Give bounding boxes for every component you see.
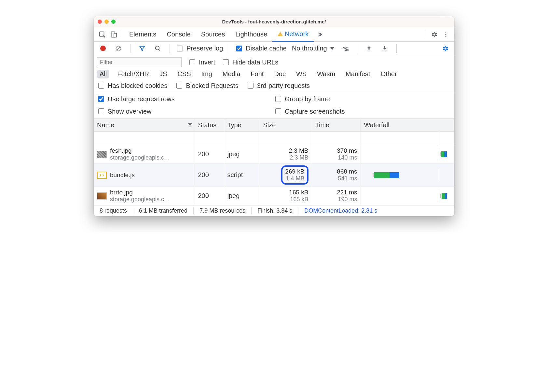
request-name: bundle.js xyxy=(110,172,135,179)
tab-network[interactable]: Network xyxy=(272,27,314,42)
request-status: 200 xyxy=(195,145,224,163)
type-filter-img[interactable]: Img xyxy=(199,70,215,78)
throttling-select[interactable]: No throttling xyxy=(291,45,336,52)
minimize-window-button[interactable] xyxy=(104,20,109,24)
disable-cache-checkbox[interactable]: Disable cache xyxy=(235,45,287,52)
status-dcl: DOMContentLoaded: 2.81 s xyxy=(298,207,383,214)
status-requests: 8 requests xyxy=(94,207,133,214)
type-filter-fetchxhr[interactable]: Fetch/XHR xyxy=(115,70,152,78)
col-status[interactable]: Status xyxy=(195,119,224,132)
type-filter-font[interactable]: Font xyxy=(248,70,266,78)
request-row[interactable]: bundle.js200script269 kB1.4 MB868 ms541 … xyxy=(94,163,454,187)
col-waterfall[interactable]: Waterfall xyxy=(361,119,454,132)
network-conditions-icon[interactable] xyxy=(339,43,351,54)
network-options: Use large request rows Group by frame Sh… xyxy=(94,93,454,119)
svg-point-3 xyxy=(445,32,446,33)
preserve-log-checkbox[interactable]: Preserve log xyxy=(176,45,223,52)
type-filter-all[interactable]: All xyxy=(97,70,109,78)
tab-console[interactable]: Console xyxy=(161,27,196,42)
request-type: script xyxy=(224,163,260,187)
clear-icon[interactable] xyxy=(113,43,124,54)
script-file-icon xyxy=(97,172,107,179)
filter-area: Invert Hide data URLs AllFetch/XHRJSCSSI… xyxy=(94,55,454,93)
type-filter-js[interactable]: JS xyxy=(157,70,170,78)
panel-tabs: Elements Console Sources Lighthouse Netw… xyxy=(94,27,454,42)
sort-desc-icon xyxy=(188,123,192,126)
device-toolbar-icon[interactable] xyxy=(108,29,120,40)
settings-gear-icon[interactable] xyxy=(428,29,440,40)
request-size: 269 kB1.4 MB xyxy=(260,163,312,187)
svg-line-9 xyxy=(159,49,160,50)
search-icon[interactable] xyxy=(152,43,164,54)
tab-lighthouse[interactable]: Lighthouse xyxy=(230,27,272,42)
tab-network-label: Network xyxy=(285,30,308,38)
record-button[interactable] xyxy=(97,43,109,54)
filter-input[interactable] xyxy=(97,57,182,67)
resource-type-filters: AllFetch/XHRJSCSSImgMediaFontDocWSWasmMa… xyxy=(97,67,451,80)
request-type: jpeg xyxy=(224,145,260,163)
request-waterfall xyxy=(361,145,454,163)
request-size: 165 kB165 kB xyxy=(260,187,312,205)
kebab-menu-icon[interactable] xyxy=(440,29,452,40)
svg-line-7 xyxy=(116,47,120,50)
throttling-value: No throttling xyxy=(292,45,327,52)
large-rows-checkbox[interactable]: Use large request rows xyxy=(97,95,274,103)
col-name[interactable]: Name xyxy=(94,119,195,132)
capture-screenshots-checkbox[interactable]: Capture screenshots xyxy=(274,107,451,115)
svg-point-4 xyxy=(445,34,446,35)
type-filter-doc[interactable]: Doc xyxy=(271,70,288,78)
close-window-button[interactable] xyxy=(98,20,102,24)
has-blocked-cookies-checkbox[interactable]: Has blocked cookies xyxy=(97,82,167,90)
status-finish: Finish: 3.34 s xyxy=(252,207,298,214)
request-time: 370 ms140 ms xyxy=(312,145,361,163)
chevron-down-icon xyxy=(330,47,334,50)
disable-cache-label: Disable cache xyxy=(246,45,287,52)
col-size[interactable]: Size xyxy=(260,119,312,132)
type-filter-media[interactable]: Media xyxy=(220,70,243,78)
third-party-checkbox[interactable]: 3rd-party requests xyxy=(246,82,310,90)
image-thumb-icon xyxy=(97,151,107,158)
col-type[interactable]: Type xyxy=(224,119,260,132)
col-time[interactable]: Time xyxy=(312,119,361,132)
tab-elements[interactable]: Elements xyxy=(124,27,161,42)
image-thumb-icon xyxy=(97,192,107,200)
request-size: 2.3 MB2.3 MB xyxy=(260,145,312,163)
request-row[interactable]: fesh.jpgstorage.googleapis.c…200jpeg2.3 … xyxy=(94,145,454,163)
svg-rect-2 xyxy=(114,33,116,37)
type-filter-other[interactable]: Other xyxy=(378,70,400,78)
group-by-frame-checkbox[interactable]: Group by frame xyxy=(274,95,451,103)
svg-point-8 xyxy=(156,46,159,50)
type-filter-wasm[interactable]: Wasm xyxy=(314,70,338,78)
hide-data-urls-checkbox[interactable]: Hide data URLs xyxy=(222,58,278,66)
type-filter-css[interactable]: CSS xyxy=(175,70,193,78)
request-waterfall xyxy=(361,187,454,205)
request-name: fesh.jpg xyxy=(110,147,170,154)
zoom-window-button[interactable] xyxy=(111,20,116,24)
window-title: DevTools - foul-heavenly-direction.glitc… xyxy=(94,19,454,24)
inspect-element-icon[interactable] xyxy=(96,29,108,40)
request-waterfall xyxy=(361,163,454,187)
invert-checkbox[interactable]: Invert xyxy=(188,58,215,66)
tab-sources[interactable]: Sources xyxy=(196,27,230,42)
type-filter-manifest[interactable]: Manifest xyxy=(343,70,373,78)
blocked-requests-checkbox[interactable]: Blocked Requests xyxy=(175,82,238,90)
preserve-log-label: Preserve log xyxy=(186,45,223,52)
type-filter-ws[interactable]: WS xyxy=(294,70,309,78)
request-time: 221 ms190 ms xyxy=(312,187,361,205)
request-status: 200 xyxy=(195,187,224,205)
request-host: storage.googleapis.c… xyxy=(110,196,170,203)
request-row[interactable]: brrto.jpgstorage.googleapis.c…200jpeg165… xyxy=(94,187,454,205)
status-resources: 7.9 MB resources xyxy=(194,207,252,214)
filter-funnel-icon[interactable] xyxy=(136,43,148,54)
devtools-window: DevTools - foul-heavenly-direction.glitc… xyxy=(94,16,454,216)
request-name: brrto.jpg xyxy=(110,189,170,196)
upload-har-icon[interactable] xyxy=(363,43,375,54)
requests-table: Name Status Type Size Time Waterfall fes… xyxy=(94,119,454,205)
network-settings-gear-icon[interactable] xyxy=(439,43,451,54)
network-toolbar: Preserve log Disable cache No throttling xyxy=(94,42,454,55)
more-tabs-icon[interactable] xyxy=(314,29,325,40)
show-overview-checkbox[interactable]: Show overview xyxy=(97,107,274,115)
status-bar: 8 requests 6.1 MB transferred 7.9 MB res… xyxy=(94,205,454,216)
request-time: 868 ms541 ms xyxy=(312,163,361,187)
download-har-icon[interactable] xyxy=(379,43,390,54)
